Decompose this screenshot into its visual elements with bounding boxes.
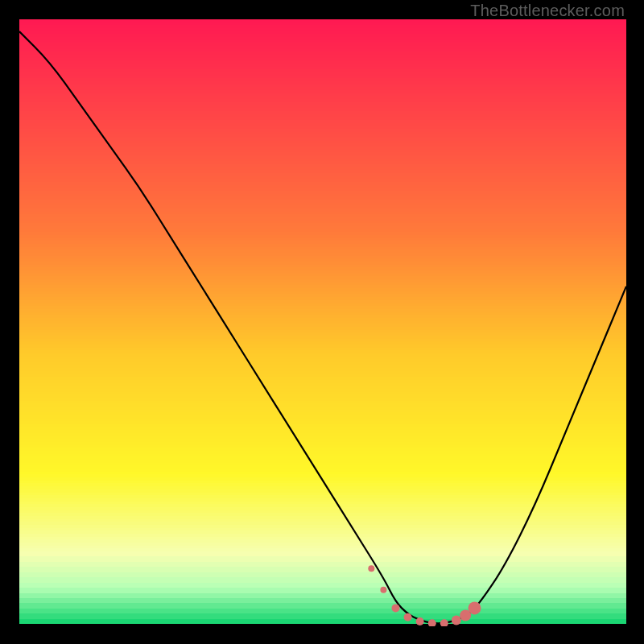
plot-area	[19, 19, 626, 626]
gradient-background	[19, 19, 626, 626]
watermark-text: TheBottlenecker.com	[470, 2, 625, 20]
chart-frame: TheBottlenecker.com	[0, 0, 644, 644]
